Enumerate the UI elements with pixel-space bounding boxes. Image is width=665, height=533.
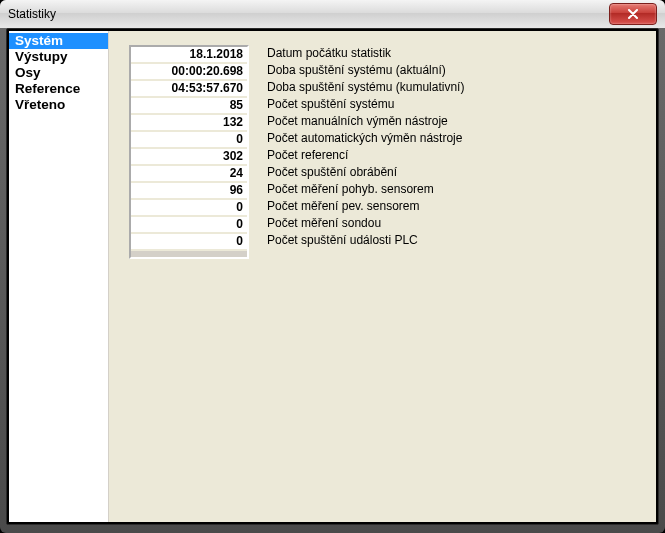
sidebar-item-axes[interactable]: Osy — [9, 65, 108, 81]
main-pane: 18.1.2018 00:00:20.698 04:53:57.670 85 1… — [109, 31, 656, 522]
stat-label: Počet spuštění systému — [267, 96, 464, 113]
stat-label: Počet spuštění obrábění — [267, 164, 464, 181]
stat-value: 132 — [131, 115, 247, 132]
stats-labels-column: Datum počátku statistik Doba spuštění sy… — [249, 45, 464, 259]
sidebar-item-label: Systém — [15, 33, 63, 48]
stat-label: Počet měření sondou — [267, 215, 464, 232]
stats-values-column: 18.1.2018 00:00:20.698 04:53:57.670 85 1… — [129, 45, 249, 259]
sidebar-item-label: Výstupy — [15, 49, 68, 64]
stat-value: 18.1.2018 — [131, 47, 247, 64]
stat-value: 302 — [131, 149, 247, 166]
sidebar-item-system[interactable]: Systém — [9, 33, 108, 49]
stat-label: Počet manuálních výměn nástroje — [267, 113, 464, 130]
stat-value: 04:53:57.670 — [131, 81, 247, 98]
stat-label: Počet měření pev. sensorem — [267, 198, 464, 215]
stat-label: Počet automatických výměn nástroje — [267, 130, 464, 147]
stat-value: 24 — [131, 166, 247, 183]
sidebar-item-label: Reference — [15, 81, 80, 96]
client-frame: Systém Výstupy Osy Reference Vřeteno — [6, 28, 659, 525]
stat-value: 85 — [131, 98, 247, 115]
sidebar-item-label: Vřeteno — [15, 97, 65, 112]
stats-pane: 18.1.2018 00:00:20.698 04:53:57.670 85 1… — [129, 45, 646, 259]
stat-value: 0 — [131, 132, 247, 149]
stat-value: 0 — [131, 217, 247, 234]
sidebar-item-reference[interactable]: Reference — [9, 81, 108, 97]
stat-value: 00:00:20.698 — [131, 64, 247, 81]
close-button[interactable] — [609, 3, 657, 25]
sidebar-item-spindle[interactable]: Vřeteno — [9, 97, 108, 113]
stat-label: Datum počátku statistik — [267, 45, 464, 62]
stat-label: Počet referencí — [267, 147, 464, 164]
stat-value: 0 — [131, 234, 247, 251]
sidebar: Systém Výstupy Osy Reference Vřeteno — [9, 31, 109, 522]
stat-label: Doba spuštění systému (kumulativní) — [267, 79, 464, 96]
values-footer-spacer — [131, 251, 247, 257]
window-title: Statistiky — [8, 0, 56, 28]
stat-value: 96 — [131, 183, 247, 200]
close-icon — [627, 9, 639, 19]
stat-label: Doba spuštění systému (aktuální) — [267, 62, 464, 79]
sidebar-item-outputs[interactable]: Výstupy — [9, 49, 108, 65]
stat-label: Počet spuštění události PLC — [267, 232, 464, 249]
stat-value: 0 — [131, 200, 247, 217]
window-frame: Statistiky Systém Výstupy Osy Reference — [0, 0, 665, 533]
sidebar-item-label: Osy — [15, 65, 41, 80]
titlebar[interactable]: Statistiky — [0, 0, 665, 28]
stat-label: Počet měření pohyb. sensorem — [267, 181, 464, 198]
client-area: Systém Výstupy Osy Reference Vřeteno — [9, 31, 656, 522]
